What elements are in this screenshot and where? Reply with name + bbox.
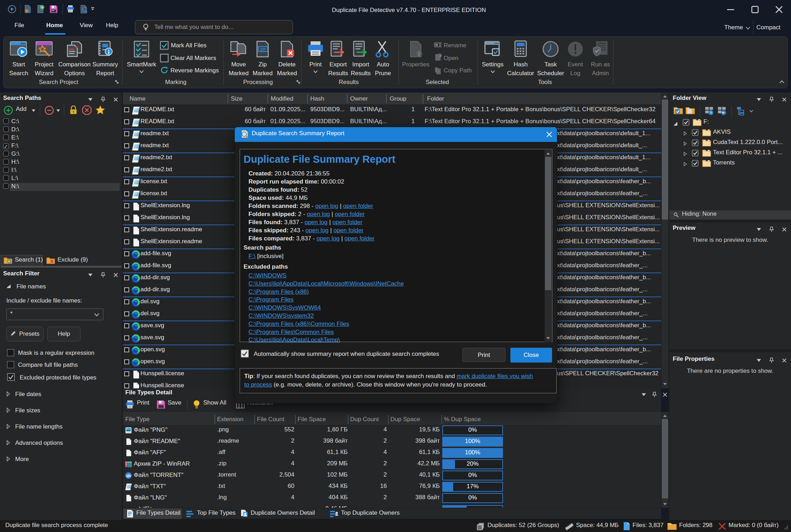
svg-text:ZIP: ZIP xyxy=(260,47,266,52)
